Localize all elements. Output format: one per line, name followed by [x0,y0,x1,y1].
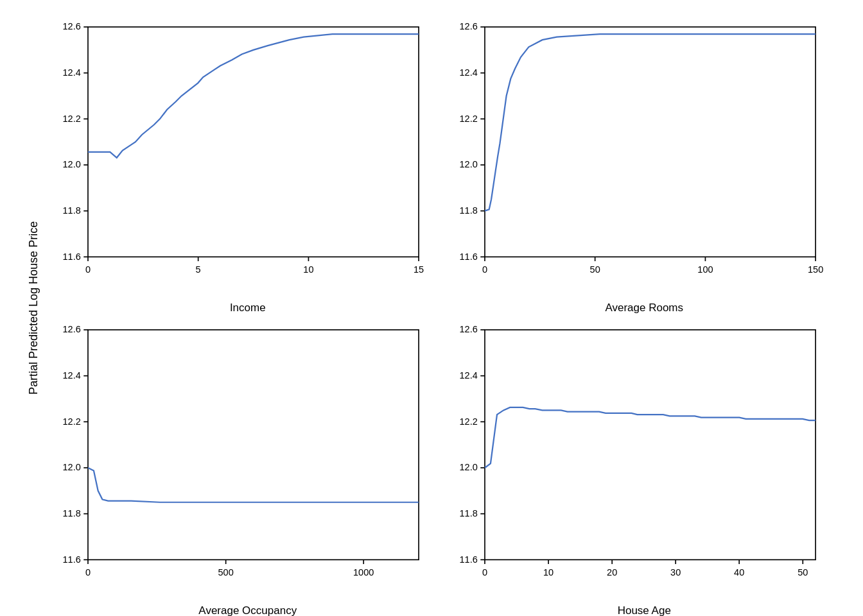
svg-text:11.8: 11.8 [459,508,477,518]
svg-text:100: 100 [697,264,713,275]
svg-text:0: 0 [85,567,91,578]
svg-text:11.6: 11.6 [459,252,477,262]
plot-income: 11.6 11.8 12.0 12.2 12.4 12.6 0 5 10 [49,19,446,322]
svg-text:12.0: 12.0 [62,159,80,169]
svg-text:15: 15 [414,264,424,275]
plot-income-svg: 11.6 11.8 12.0 12.2 12.4 12.6 0 5 10 [88,26,433,287]
svg-text:11.6: 11.6 [459,554,477,565]
svg-text:11.6: 11.6 [62,554,80,565]
svg-text:50: 50 [589,264,600,275]
plot-average-rooms-title: Average Rooms [446,302,843,314]
svg-rect-42 [88,330,419,560]
svg-text:12.4: 12.4 [62,370,80,381]
svg-text:0: 0 [85,264,91,275]
svg-text:12.4: 12.4 [459,370,477,381]
svg-text:40: 40 [734,567,744,578]
svg-text:5: 5 [196,264,201,275]
svg-text:11.6: 11.6 [62,252,80,262]
plot-average-rooms-svg: 11.6 11.8 12.0 12.2 12.4 12.6 0 50 100 [485,26,830,287]
plot-income-title: Income [49,302,446,314]
plot-average-occupancy-svg: 11.6 11.8 12.0 12.2 12.4 12.6 0 500 1000 [88,329,433,590]
svg-text:12.2: 12.2 [62,114,80,124]
svg-text:11.8: 11.8 [62,508,80,518]
plots-area: 11.6 11.8 12.0 12.2 12.4 12.6 0 5 10 [49,19,842,597]
svg-text:12.4: 12.4 [459,67,477,78]
svg-text:150: 150 [807,264,823,275]
svg-text:12.6: 12.6 [62,325,80,335]
svg-text:12.4: 12.4 [62,67,80,78]
svg-text:50: 50 [798,567,808,578]
svg-text:10: 10 [543,567,554,578]
svg-text:12.0: 12.0 [459,159,477,169]
svg-text:20: 20 [607,567,617,578]
svg-text:0: 0 [482,567,487,578]
svg-text:1000: 1000 [353,567,374,578]
svg-text:12.6: 12.6 [459,325,477,335]
svg-text:12.2: 12.2 [459,114,477,124]
svg-text:12.0: 12.0 [62,463,80,473]
svg-text:12.6: 12.6 [459,21,477,31]
svg-text:12.0: 12.0 [459,463,477,473]
svg-text:12.2: 12.2 [62,416,80,427]
chart-container: Partial Predicted Log House Price 11.6 1… [21,19,842,597]
svg-rect-21 [485,27,815,257]
plot-house-age-title: House Age [446,604,843,616]
svg-text:30: 30 [670,567,681,578]
svg-text:11.8: 11.8 [459,205,477,216]
svg-rect-0 [88,27,419,257]
svg-text:12.2: 12.2 [459,416,477,427]
svg-text:12.6: 12.6 [62,21,80,31]
plot-average-occupancy-title: Average Occupancy [49,604,446,616]
svg-text:10: 10 [303,264,313,275]
svg-text:0: 0 [482,264,487,275]
plot-average-rooms: 11.6 11.8 12.0 12.2 12.4 12.6 0 50 100 [446,19,843,322]
svg-text:11.8: 11.8 [62,205,80,216]
plot-average-occupancy: 11.6 11.8 12.0 12.2 12.4 12.6 0 500 1000 [49,322,446,616]
plot-house-age-svg: 11.6 11.8 12.0 12.2 12.4 12.6 0 10 20 [485,329,830,590]
y-axis-label: Partial Predicted Log House Price [21,19,46,597]
svg-text:500: 500 [218,567,234,578]
plot-house-age: 11.6 11.8 12.0 12.2 12.4 12.6 0 10 20 [446,322,843,616]
svg-rect-61 [485,330,815,560]
